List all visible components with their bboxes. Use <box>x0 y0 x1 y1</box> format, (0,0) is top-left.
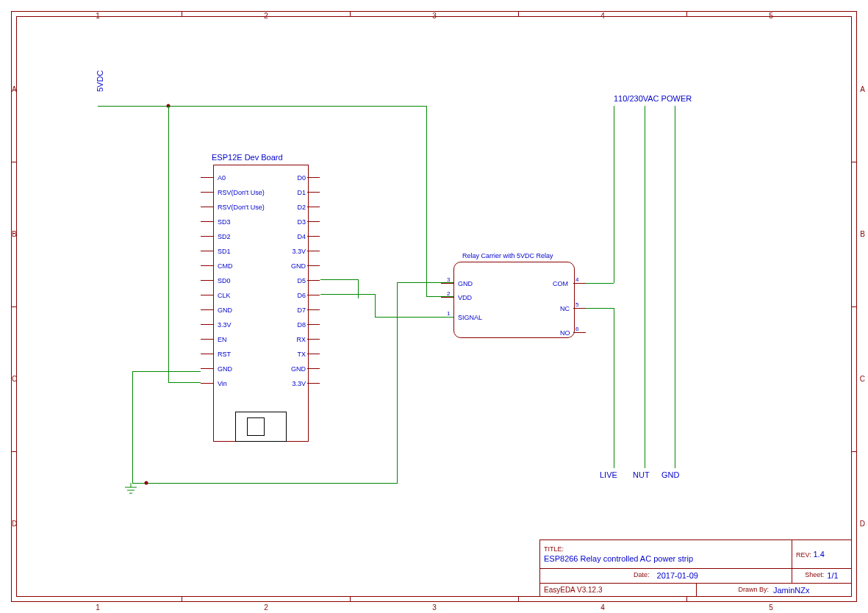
esp-left-pinline-14 <box>201 383 213 384</box>
esp-left-pinline-6 <box>201 265 213 266</box>
date-label: Date: <box>634 571 650 579</box>
esp-right-pinline-10 <box>307 324 320 325</box>
grid-row-b-r: B <box>860 230 865 238</box>
relay-pin-com: COM <box>553 280 568 287</box>
esp-right-pinline-4 <box>307 236 320 237</box>
tick <box>518 11 519 16</box>
drawn-label: Drawn By: <box>738 586 769 594</box>
grid-col-1-bot: 1 <box>96 603 100 612</box>
esp-right-pinline-12 <box>307 354 320 354</box>
esp-right-pin-12: TX <box>297 351 306 358</box>
rev-label: REV: <box>796 551 811 559</box>
net-live: LIVE <box>600 470 617 479</box>
wire-live-down <box>614 308 614 468</box>
title-label: TITLE: <box>544 545 788 553</box>
esp-left-pin-3: SD3 <box>218 218 231 226</box>
grid-row-b-l: B <box>12 230 17 238</box>
esp-right-pin-0: D0 <box>297 174 306 182</box>
relay-pin5-num: 5 <box>575 301 578 308</box>
esp-right-pinline-13 <box>307 368 320 369</box>
esp-right-pinline-7 <box>307 280 320 281</box>
tick <box>852 306 857 307</box>
esp-left-pin-13: GND <box>218 365 232 373</box>
net-nut: NUT <box>633 470 650 479</box>
pin-line <box>573 308 586 309</box>
esp-left-pin-6: CMD <box>218 262 233 270</box>
grid-col-5-bot: 5 <box>769 603 773 612</box>
wire-d5-down <box>358 279 359 298</box>
esp-left-pinline-1 <box>201 192 213 193</box>
grid-row-a-l: A <box>12 85 17 93</box>
relay-pin-no: NO <box>560 329 570 337</box>
esp-left-pinline-10 <box>201 324 213 325</box>
title-block: TITLE: ESP8266 Relay controlled AC power… <box>539 539 852 597</box>
esp-right-pin-5: 3.3V <box>292 248 306 255</box>
wire-com <box>586 283 614 284</box>
relay-pin4-num: 4 <box>575 276 578 283</box>
esp-left-pin-0: A0 <box>218 174 226 182</box>
esp-right-pin-3: D3 <box>297 218 306 226</box>
relay-pin-vdd: VDD <box>458 294 472 301</box>
esp-right-pin-13: GND <box>291 365 306 373</box>
esp-right-pin-1: D1 <box>297 189 306 196</box>
rev-value: 1.4 <box>813 550 824 559</box>
tick <box>182 597 182 602</box>
relay-pin-signal: SIGNAL <box>458 314 482 321</box>
esp-left-pin-10: 3.3V <box>218 321 232 329</box>
tick <box>182 11 182 16</box>
date-value: 2017-01-09 <box>657 571 698 581</box>
relay-pin-gnd: GND <box>458 280 473 287</box>
esp-left-pinline-13 <box>201 368 213 369</box>
tick <box>11 306 16 307</box>
tick <box>852 451 857 452</box>
grid-col-4-top: 4 <box>600 12 605 20</box>
esp-right-pinline-8 <box>307 295 320 295</box>
esp-left-pinline-2 <box>201 207 213 207</box>
grid-row-c-l: C <box>12 375 17 383</box>
esp-left-pin-7: SD0 <box>218 277 231 284</box>
esp-right-pinline-11 <box>307 339 320 340</box>
grid-col-3-bot: 3 <box>432 603 437 612</box>
grid-col-2-top: 2 <box>264 12 268 20</box>
esp-right-pin-8: D6 <box>297 292 306 299</box>
sheet-value: 1/1 <box>827 571 838 581</box>
esp-right-pinline-9 <box>307 309 320 310</box>
wire-vin-down <box>168 106 169 382</box>
grid-col-2-bot: 2 <box>264 603 268 612</box>
relay-title: Relay Carrier with 5VDC Relay <box>462 252 553 259</box>
net-gnd-ac: GND <box>661 470 679 479</box>
tick <box>350 11 351 16</box>
wire-gnd-up <box>397 282 398 484</box>
esp-left-pin-14: Vin <box>218 380 227 387</box>
esp-left-pin-9: GND <box>218 306 232 314</box>
esp-left-pinline-8 <box>201 295 213 295</box>
tick <box>11 451 16 452</box>
wire-5vdc-horz <box>98 106 426 107</box>
esp-left-pinline-11 <box>201 339 213 340</box>
wire-gnd-vert <box>132 371 133 483</box>
tick <box>686 11 687 16</box>
wire-d6-down <box>375 294 376 318</box>
grid-row-d-l: D <box>12 520 17 528</box>
wire-nut <box>645 106 645 468</box>
ground-symbol <box>123 483 138 496</box>
esp-left-pin-12: RST <box>218 351 231 358</box>
esp-left-pinline-5 <box>201 251 213 251</box>
wire-d5-stub <box>320 279 358 280</box>
relay-pin2-num: 2 <box>447 290 450 297</box>
esp-right-pin-2: D2 <box>297 204 306 211</box>
wire-gnd-ac <box>675 106 675 468</box>
tick <box>350 597 351 602</box>
wire-vin <box>168 382 201 383</box>
wire-gnd-horz <box>132 483 397 484</box>
esp-right-pin-14: 3.3V <box>292 380 306 387</box>
esp-right-pinline-3 <box>307 221 320 222</box>
esp-right-pin-9: D7 <box>297 306 306 314</box>
pin-line <box>441 297 453 298</box>
net-ac-power: 110/230VAC POWER <box>614 94 692 103</box>
esp-left-pin-8: CLK <box>218 292 231 299</box>
software: EasyEDA V3.12.3 <box>544 586 692 594</box>
wire-gnd-esp <box>132 371 201 372</box>
wire-5vdc-down <box>426 106 427 296</box>
inner-frame <box>16 16 852 597</box>
